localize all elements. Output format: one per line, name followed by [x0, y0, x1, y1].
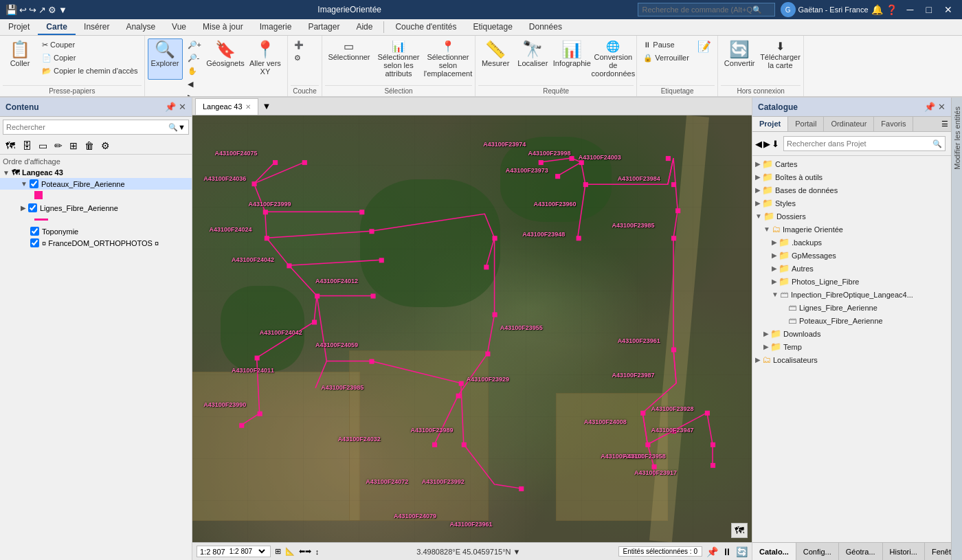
bell-icon[interactable]: 🔔	[871, 4, 883, 15]
catalogue-search-box[interactable]: 🔍	[783, 136, 946, 151]
bottom-tab-geotra[interactable]: Géotra...	[839, 543, 883, 560]
tab-portail[interactable]: Portail	[788, 117, 824, 131]
coller-button[interactable]: 📋 Coller	[3, 38, 37, 80]
localiser-button[interactable]: 🔭 Localiser	[514, 38, 551, 80]
layer-tool-5[interactable]: ⊞	[67, 139, 80, 153]
zoom-out-button[interactable]: 🔎-	[184, 52, 205, 64]
tree-item-boites[interactable]: ▶ 📁 Boîtes à outils	[752, 170, 951, 183]
layer-tool-6[interactable]: 🗑	[82, 139, 97, 153]
selectionner-button[interactable]: ▭ Sélectionner	[325, 38, 373, 80]
menu-mise-a-jour[interactable]: Mise à jour	[194, 19, 251, 35]
bottom-tab-histori[interactable]: Histori...	[883, 543, 925, 560]
tree-item-dossiers[interactable]: ▼ 📁 Dossiers	[752, 210, 951, 223]
lignes-checkbox[interactable]	[28, 203, 37, 212]
save-icon[interactable]: 💾	[5, 4, 17, 15]
catalogue-search-input[interactable]	[787, 139, 932, 148]
tree-item-photos[interactable]: ▶ 📁 Photos_Ligne_Fibre	[752, 275, 951, 288]
modify-entities-button[interactable]: Modifier les entités	[951, 100, 963, 176]
panel-close-icon[interactable]: ✕	[179, 102, 186, 112]
tab-close-icon[interactable]: ✕	[245, 103, 251, 111]
layer-tool-3[interactable]: ▭	[36, 139, 50, 153]
copier-button[interactable]: 📄 Copier	[38, 52, 142, 64]
aller-xy-button[interactable]: 📍 Aller vers XY	[246, 38, 284, 80]
pause-map-icon[interactable]: ⏸	[722, 546, 732, 557]
scale-selector[interactable]: 1:2 807 1:2 807 1:5 000 1:10 000 1:25 00…	[197, 546, 271, 557]
menu-donnees[interactable]: Données	[521, 19, 570, 35]
menu-etiquetage[interactable]: Etiquetage	[465, 19, 520, 35]
map-canvas[interactable]: A43100F24075 A43100F24036 A43100F23999 A…	[192, 115, 752, 542]
selectionner-empl-button[interactable]: 📍 Sélectionner selon l'emplacement	[424, 38, 472, 80]
tree-item-poteaux-fibre[interactable]: ▶ 🗃 Poteaux_Fibre_Aerienne	[752, 314, 951, 327]
map-collapse-icon[interactable]: ▼	[262, 101, 271, 111]
coord-dropdown[interactable]: ▼	[513, 548, 521, 556]
minimize-button[interactable]: ─	[903, 4, 918, 15]
toponymie-checkbox[interactable]	[30, 227, 39, 236]
layer-item-france[interactable]: ¤ FranceDOM_ORTHOPHOTOS ¤	[0, 237, 192, 249]
layer-tool-4[interactable]: ✏	[52, 139, 65, 153]
menu-projet[interactable]: Projet	[0, 19, 38, 35]
map-tool-bar-icon3[interactable]: ⬅➡	[299, 547, 311, 556]
conversion-button[interactable]: 🌐 Conversion de coordonnées	[592, 38, 634, 80]
bottom-tab-catalo[interactable]: Catalo...	[752, 543, 796, 560]
layer-item-lignes[interactable]: ▶ Lignes_Fibre_Aerienne	[0, 202, 192, 214]
undo-icon[interactable]: ↩	[19, 5, 27, 15]
france-checkbox[interactable]	[30, 238, 39, 247]
pointer-icon[interactable]: ↗	[38, 5, 46, 15]
command-search[interactable]: 🔍	[638, 3, 775, 16]
mesurer-button[interactable]: 📏 Mesurer	[478, 38, 513, 80]
explorer-button[interactable]: 🔍 Explorer	[148, 38, 183, 80]
map-tool-bar-icon1[interactable]: ⊞	[275, 547, 281, 556]
forward-button[interactable]: ▶	[184, 91, 205, 98]
couper-button[interactable]: ✂ Couper	[38, 38, 142, 51]
menu-analyse[interactable]: Analyse	[118, 19, 164, 35]
tree-item-gpmessages[interactable]: ▶ 📁 GpMessages	[752, 249, 951, 262]
snap-icon[interactable]: 📌	[706, 546, 718, 557]
maximize-button[interactable]: □	[922, 4, 936, 15]
catalogue-filter-icon[interactable]: ⬇	[772, 139, 779, 149]
tab-favoris[interactable]: Favoris	[874, 117, 913, 131]
catalogue-menu-icon[interactable]: ☰	[939, 117, 951, 131]
tab-ordinateur[interactable]: Ordinateur	[824, 117, 874, 131]
pause-button[interactable]: ⏸ Pause	[640, 38, 693, 51]
menu-vue[interactable]: Vue	[164, 19, 194, 35]
convertir-button[interactable]: 🔄 Convertir	[721, 38, 759, 80]
close-button[interactable]: ✕	[940, 4, 957, 15]
tree-item-cartes[interactable]: ▶ 📁 Cartes	[752, 157, 951, 170]
redo-icon[interactable]: ↪	[29, 5, 36, 15]
telecharger-button[interactable]: ⬇ Télécharger la carte	[759, 38, 801, 80]
catalogue-forward-icon[interactable]: ▶	[763, 139, 770, 149]
layer-tool-2[interactable]: 🗄	[19, 139, 34, 153]
geosignets-button[interactable]: 🔖 Géosignets	[206, 38, 245, 80]
content-search-box[interactable]: 🔍 ▼	[3, 120, 189, 135]
menu-imagerie[interactable]: Imagerie	[251, 19, 300, 35]
tree-item-inpection[interactable]: ▼ 🗃 Inpection_FibreOptique_Langeac4...	[752, 288, 951, 301]
tree-item-backups[interactable]: ▶ 📁 .backups	[752, 236, 951, 249]
menu-aide[interactable]: Aide	[348, 19, 381, 35]
menu-carte[interactable]: Carte	[38, 19, 76, 35]
custom-icon[interactable]: ⚙	[48, 5, 56, 15]
pan-button[interactable]: ✋	[184, 65, 205, 77]
refresh-icon[interactable]: 🔄	[736, 546, 748, 557]
menu-couche-entites[interactable]: Couche d'entités	[387, 19, 465, 35]
layer-opts-button[interactable]: ⚙	[291, 52, 307, 64]
tree-item-imagerie[interactable]: ▼ 🗂 Imagerie Orientée	[752, 223, 951, 236]
panel-pin-icon[interactable]: 📌	[165, 102, 176, 112]
content-search-input[interactable]	[6, 123, 168, 131]
tree-item-bases[interactable]: ▶ 📁 Bases de données	[752, 183, 951, 197]
map-tab-langeac[interactable]: Langeac 43 ✕	[195, 98, 258, 115]
tree-item-lignes-fibre[interactable]: ▶ 🗃 Lignes_Fibre_Aerienne	[752, 301, 951, 314]
infographie-button[interactable]: 📊 Infographie	[552, 38, 591, 80]
catalogue-close-icon[interactable]: ✕	[938, 102, 946, 112]
scale-select[interactable]: 1:2 807 1:5 000 1:10 000 1:25 000	[227, 547, 267, 556]
poteaux-checkbox[interactable]	[30, 179, 38, 188]
layer-group-langeac[interactable]: ▼ 🗺 Langeac 43	[0, 167, 192, 178]
catalogue-pin-icon[interactable]: 📌	[924, 102, 935, 112]
search-dropdown-icon[interactable]: ▼	[178, 123, 186, 131]
layer-tool-7[interactable]: ⚙	[98, 139, 113, 153]
verrouiller-button[interactable]: 🔒 Verrouiller	[640, 52, 693, 64]
selectionner-attr-button[interactable]: 📊 Sélectionner selon les attributs	[374, 38, 423, 80]
back-button[interactable]: ◀	[184, 78, 205, 90]
tree-item-styles[interactable]: ▶ 📁 Styles	[752, 197, 951, 210]
bottom-tab-config[interactable]: Config...	[796, 543, 839, 560]
add-layer-button[interactable]: ➕	[291, 38, 307, 51]
